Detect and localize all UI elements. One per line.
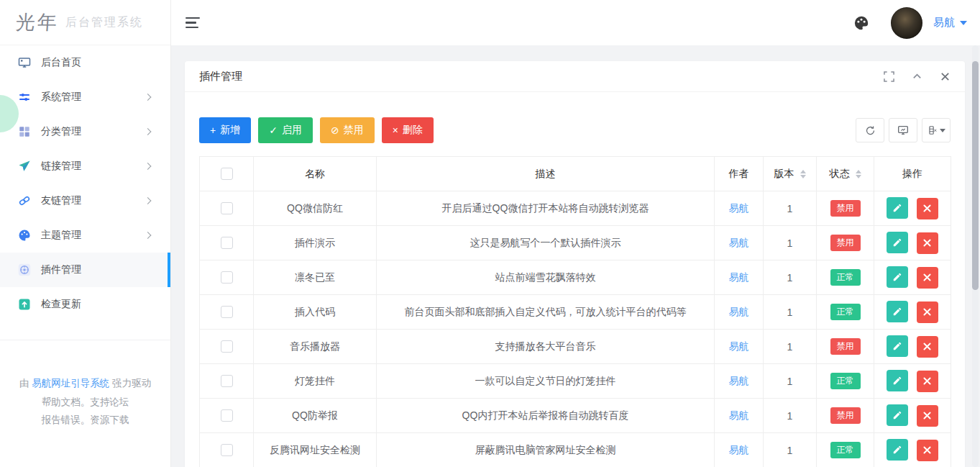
status-badge: 禁用 (830, 200, 861, 216)
sidebar-item-links[interactable]: 链接管理 (0, 149, 170, 183)
delete-button[interactable]: × 删除 (382, 117, 434, 143)
powered-by-link[interactable]: 易航网址引导系统 (32, 378, 109, 389)
table-header-row: 名称 描述 作者 版本 状态 操作 (200, 157, 951, 191)
author-link[interactable]: 易航 (729, 444, 749, 455)
user-avatar[interactable] (891, 7, 922, 39)
sidebar-item-label: 插件管理 (41, 263, 81, 276)
table-row: 插入代码 前台页面头部和底部插入自定义代码，可放入统计平台的代码等 易航 1 正… (200, 295, 951, 330)
sidebar-item-dashboard[interactable]: 后台首页 (0, 45, 170, 80)
sidebar-divider (0, 340, 170, 340)
author-link[interactable]: 易航 (729, 306, 749, 317)
row-checkbox[interactable] (221, 237, 233, 249)
add-button[interactable]: + 新增 (199, 117, 251, 143)
col-header-status: 状态 (817, 157, 874, 191)
plugin-version: 1 (764, 364, 817, 399)
row-checkbox[interactable] (221, 271, 233, 284)
sidebar-item-friend-links[interactable]: 友链管理 (0, 183, 170, 218)
edit-button[interactable] (887, 370, 908, 391)
author-link[interactable]: 易航 (729, 340, 749, 352)
edit-button[interactable] (887, 301, 908, 322)
edit-button[interactable] (887, 266, 908, 288)
col-header-author: 作者 (715, 157, 764, 191)
delete-row-button[interactable] (917, 198, 938, 219)
chevron-right-icon (145, 197, 152, 204)
author-link[interactable]: 易航 (729, 237, 749, 248)
collapse-icon[interactable] (912, 71, 922, 82)
report-error-link[interactable]: 报告错误 (42, 414, 81, 425)
edit-button[interactable] (887, 439, 908, 461)
row-checkbox[interactable] (221, 202, 233, 214)
row-checkbox[interactable] (221, 306, 233, 318)
delete-row-button[interactable] (917, 371, 938, 392)
delete-row-button[interactable] (917, 405, 938, 427)
col-header-name: 名称 (254, 157, 377, 191)
author-link[interactable]: 易航 (729, 202, 749, 214)
app-logo: 光年 后台管理系统 (0, 0, 170, 45)
plugin-version: 1 (764, 433, 817, 467)
username: 易航 (933, 16, 955, 30)
edit-button[interactable] (887, 404, 908, 426)
delete-row-button[interactable] (917, 232, 938, 254)
author-link[interactable]: 易航 (729, 409, 749, 421)
upload-icon (18, 298, 31, 311)
select-all-checkbox[interactable] (221, 168, 233, 180)
resource-download-link[interactable]: 资源下载 (90, 414, 129, 425)
panel-header: 插件管理 (185, 61, 965, 92)
plugin-name: 反腾讯网址安全检测 (254, 433, 377, 467)
help-docs-link[interactable]: 帮助文档 (42, 396, 81, 407)
sidebar-item-category[interactable]: 分类管理 (0, 114, 170, 149)
delete-row-button[interactable] (917, 267, 938, 289)
user-menu[interactable]: 易航 (933, 16, 967, 30)
chevron-down-icon (940, 129, 945, 132)
footer-links-line2: 帮助文档。支持论坛 (0, 393, 170, 412)
sidebar-item-check-update[interactable]: 检查更新 (0, 287, 170, 322)
column-filter-button[interactable] (922, 118, 951, 142)
grid-icon (18, 125, 31, 138)
table-row: 凛冬已至 站点前端雪花飘落特效 易航 1 正常 (200, 260, 951, 295)
row-checkbox[interactable] (221, 444, 233, 456)
refresh-button[interactable] (856, 118, 884, 142)
table-row: 灯笼挂件 一款可以自定义节日的灯笼挂件 易航 1 正常 (200, 364, 951, 399)
row-checkbox[interactable] (221, 409, 233, 422)
status-badge: 禁用 (830, 235, 861, 250)
col-header-version: 版本 (764, 157, 817, 191)
delete-row-button[interactable] (917, 440, 938, 461)
top-header: 易航 (171, 0, 980, 45)
plugin-panel: 插件管理 + 新增 ✓ 启用 (185, 61, 965, 467)
sidebar-item-label: 主题管理 (41, 229, 81, 242)
col-header-actions: 操作 (874, 157, 951, 191)
skin-palette-icon[interactable] (853, 15, 869, 31)
row-checkbox[interactable] (221, 340, 233, 353)
sidebar-item-plugins[interactable]: 插件管理 (0, 253, 170, 287)
disable-button[interactable]: ⊘ 禁用 (320, 117, 375, 143)
plugin-icon (18, 263, 31, 276)
sidebar-item-themes[interactable]: 主题管理 (0, 218, 170, 253)
edit-button[interactable] (887, 197, 908, 219)
sort-icon[interactable] (856, 170, 861, 178)
author-link[interactable]: 易航 (729, 375, 749, 386)
table-row: 反腾讯网址安全检测 屏蔽腾讯电脑管家网址安全检测 易航 1 正常 (200, 433, 951, 467)
sort-icon[interactable] (800, 170, 806, 178)
plugin-name: 灯笼挂件 (254, 364, 377, 399)
delete-row-button[interactable] (917, 301, 938, 323)
sidebar-item-system[interactable]: 系统管理 (0, 80, 170, 114)
powered-by-line: 由 易航网址引导系统 强力驱动 (0, 374, 170, 393)
row-checkbox[interactable] (221, 375, 233, 387)
status-badge: 正常 (830, 373, 861, 389)
enable-button[interactable]: ✓ 启用 (258, 117, 313, 143)
edit-button[interactable] (887, 232, 908, 253)
scrollbar-thumb[interactable] (972, 61, 979, 290)
display-mode-button[interactable] (889, 118, 917, 142)
sidebar-item-label: 检查更新 (41, 298, 81, 311)
plugin-name: QQ防举报 (254, 399, 377, 433)
menu-toggle-icon[interactable] (186, 16, 203, 30)
support-forum-link[interactable]: 支持论坛 (90, 396, 129, 407)
fullscreen-icon[interactable] (884, 71, 894, 82)
author-link[interactable]: 易航 (729, 271, 749, 283)
footer-links-line3: 报告错误。资源下载 (0, 411, 170, 430)
delete-row-button[interactable] (917, 336, 938, 358)
close-icon[interactable] (940, 71, 951, 82)
table-row: QQ微信防红 开启后通过QQ微信打开本站将自动跳转浏览器 易航 1 禁用 (200, 191, 951, 226)
table-row: 音乐播放器 支持播放各大平台音乐 易航 1 禁用 (200, 330, 951, 364)
edit-button[interactable] (887, 335, 908, 357)
